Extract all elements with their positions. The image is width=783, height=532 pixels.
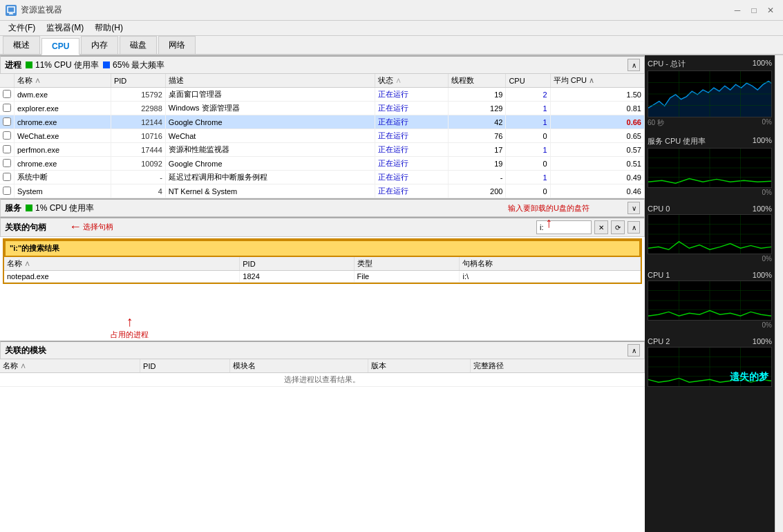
handle-table-header-row: 名称 ∧ PID 类型 句柄名称 [4,257,641,271]
process-collapse-btn[interactable]: ∧ [628,59,640,71]
menu-monitor[interactable]: 监视器(M) [41,21,89,35]
row-threads: 42 [448,115,506,129]
process-checkbox[interactable] [3,173,11,181]
th-module-path[interactable]: 完整路径 [470,359,644,373]
module-section-wrapper: 关联的模块 ∧ 名称 ∧ PID 模块名 版本 完整路径 选择进程以查看结 [0,341,645,387]
titlebar-left: 资源监视器 [6,4,62,16]
module-collapse-btn[interactable]: ∧ [628,344,640,357]
handle-row-name: notepad.exe [4,271,240,283]
left-panel: ← 选择CPU标签 进程 11% CPU 使用率 65% 最大频率 ∧ [0,55,645,532]
th-handle-name[interactable]: 名称 ∧ [4,257,240,271]
th-name[interactable]: 名称 ∧ [15,74,111,88]
module-section-header[interactable]: 关联的模块 ∧ [0,341,645,359]
process-checkbox[interactable] [3,145,11,153]
row-threads: 129 [448,102,506,115]
th-module-modname[interactable]: 模块名 [230,359,368,373]
table-row: explorer.exe 22988 Windows 资源管理器 正在运行 12… [0,102,645,115]
row-name: explorer.exe [15,102,111,115]
th-handle-handle[interactable]: 句柄名称 [460,257,641,271]
tab-network[interactable]: 网络 [158,36,196,54]
row-checkbox [0,115,15,129]
close-button[interactable]: ✕ [764,3,777,17]
th-status[interactable]: 状态 ∧ [375,74,448,88]
th-check[interactable] [0,74,15,88]
minimize-button[interactable]: ─ [730,3,744,17]
row-checkbox [0,88,15,102]
th-module-version[interactable]: 版本 [368,359,471,373]
table-row: 系统中断 - 延迟过程调用和中断服务例程 正在运行 - 1 0.49 [0,171,645,184]
row-pid: - [111,171,165,184]
process-checkbox[interactable] [3,159,11,167]
handle-row-pid: 1824 [240,271,354,283]
process-section-title: 进程 [5,59,21,71]
process-checkbox[interactable] [3,117,11,126]
th-threads[interactable]: 线程数 [448,74,506,88]
handle-section-header-left: 关联的句柄 [5,222,46,234]
handle-empty-space [0,285,645,341]
table-row: notepad.exe 1824 File i:\ [4,271,641,283]
row-cpu: 2 [506,88,550,102]
tab-overview[interactable]: 概述 [3,36,40,54]
tab-cpu[interactable]: CPU [41,38,79,55]
cpu1-chart [648,281,772,321]
row-threads: 17 [448,143,506,157]
right-scrollbar[interactable] [775,55,783,532]
cpu-total-title: CPU - 总计 [648,59,686,69]
row-desc: 延迟过程调用和中断服务例程 [165,171,375,184]
module-table-header-row: 名称 ∧ PID 模块名 版本 完整路径 [0,359,645,373]
maximize-button[interactable]: □ [747,3,761,17]
app-title: 资源监视器 [21,4,62,16]
process-checkbox[interactable] [3,90,11,98]
th-desc[interactable]: 描述 [165,74,375,88]
th-module-pid[interactable]: PID [140,359,230,373]
app-icon [6,5,17,16]
process-section-header[interactable]: 进程 11% CPU 使用率 65% 最大频率 ∧ [0,55,645,74]
table-row: dwm.exe 15792 桌面窗口管理器 正在运行 19 2 1.50 [0,88,645,102]
service-collapse-btn[interactable]: ∨ [628,202,640,214]
handle-collapse-btn[interactable]: ∧ [628,221,640,234]
cpu2-chart: 遗失的梦 [648,347,772,387]
handle-table: 名称 ∧ PID 类型 句柄名称 notepad.exe 1824 File i… [4,257,641,283]
tab-memory[interactable]: 内存 [81,36,118,54]
row-avgcpu: 1.50 [550,88,644,102]
row-cpu: 1 [506,143,550,157]
annot-input-usb: 输入要卸载的U盘的盘符 ↑ [508,203,589,231]
tab-disk[interactable]: 磁盘 [120,36,157,54]
row-desc: Google Chrome [165,157,375,171]
process-checkbox[interactable] [3,131,11,140]
th-handle-type[interactable]: 类型 [354,257,460,271]
menu-file[interactable]: 文件(F) [3,21,41,35]
th-pid[interactable]: PID [111,74,165,88]
menu-help[interactable]: 帮助(H) [89,21,129,35]
process-checkbox[interactable] [3,104,11,112]
handle-section-title: 关联的句柄 [5,222,46,234]
row-checkbox [0,157,15,171]
cpu-total-chart [648,70,772,117]
cpu2-section: CPU 2 100% 遗失的梦 [645,334,775,390]
annot-select-handle-label: 选择句柄 [83,222,113,232]
th-cpu[interactable]: CPU [506,74,550,88]
process-checkbox[interactable] [3,187,11,195]
freq-stat-label: 65% 最大频率 [113,59,164,71]
module-section-header-left: 关联的模块 [5,345,46,357]
row-avgcpu: 0.49 [550,171,644,184]
row-threads: - [448,171,506,184]
annot-occupied: ↑ 占用的进程 [111,314,149,340]
cpu2-title: CPU 2 [648,337,670,345]
row-cpu: 0 [506,157,550,171]
row-avgcpu: 0.51 [550,157,644,171]
module-placeholder: 选择进程以查看结果。 [0,373,645,387]
annot-select-cpu: ← 选择CPU标签 [41,55,102,57]
handle-result-container: "i:"的搜索结果 名称 ∧ PID 类型 句柄名称 notepad.exe 1… [3,238,642,284]
service-section-header-left: 服务 1% CPU 使用率 [5,202,94,214]
th-handle-pid[interactable]: PID [240,257,354,271]
handle-refresh-btn[interactable]: ⟳ [611,220,625,234]
handle-clear-btn[interactable]: ✕ [594,220,608,234]
handle-table-body: notepad.exe 1824 File i:\ [4,271,641,283]
th-avgcpu[interactable]: 平均 CPU ∧ [550,74,644,88]
process-table-header-row: 名称 ∧ PID 描述 状态 ∧ 线程数 CPU 平均 CPU ∧ [0,74,645,88]
row-status: 正在运行 [375,184,448,198]
service-cpu-label: 1% CPU 使用率 [35,202,94,214]
row-pid: 12144 [111,115,165,129]
th-module-name[interactable]: 名称 ∧ [0,359,140,373]
